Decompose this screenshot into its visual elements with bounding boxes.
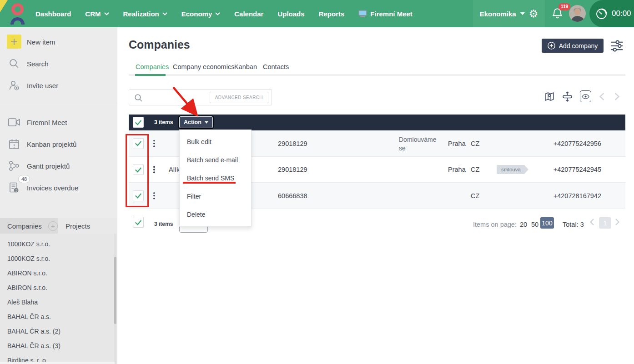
- menu-item-batch-send-sms[interactable]: Batch send SMS: [180, 169, 251, 187]
- tab-companies[interactable]: Companies: [136, 63, 169, 70]
- plus-circle-icon: [548, 42, 555, 50]
- plus-icon: [10, 38, 18, 46]
- tab-underline-track: [129, 74, 625, 76]
- row-checkbox[interactable]: [133, 164, 144, 175]
- advanced-search-button[interactable]: ADVANCED SEARCH: [210, 92, 268, 103]
- company-list-item[interactable]: BAHAL ČR a.s. (3): [0, 339, 117, 353]
- row-city: Praha: [448, 140, 466, 147]
- time-tracker[interactable]: 00:00: [589, 0, 634, 27]
- page-next-icon[interactable]: [614, 92, 620, 103]
- top-navigation-bar: Dashboard CRM Realization Economy Calend…: [0, 0, 634, 27]
- sidebar-tab-label: Companies: [7, 222, 42, 230]
- action-button[interactable]: Action: [179, 116, 213, 128]
- row-company-name[interactable]: Alík: [169, 166, 180, 173]
- nav-item-uploads[interactable]: Uploads: [277, 10, 304, 18]
- sidebar-bottom-strip: [0, 362, 115, 364]
- nav-label: Economy: [181, 10, 212, 18]
- sidebar-item-invite-user[interactable]: Invite user: [0, 75, 117, 96]
- nav-item-reports[interactable]: Reports: [319, 10, 345, 18]
- tab-kanban[interactable]: Kanban: [234, 63, 257, 70]
- view-settings-sliders-icon[interactable]: [610, 40, 624, 54]
- row-checkbox[interactable]: [133, 138, 144, 149]
- tab-company-economics[interactable]: Company economics: [173, 63, 234, 70]
- selected-count: 3 items: [154, 115, 173, 130]
- menu-item-bulk-edit[interactable]: Bulk edit: [180, 133, 251, 151]
- footer-select-all-checkbox[interactable]: [133, 217, 144, 228]
- menu-item-delete[interactable]: Delete: [180, 205, 251, 224]
- table-header-bar: 3 items Action: [129, 115, 625, 130]
- map-view-icon[interactable]: [544, 92, 554, 103]
- check-icon: [134, 119, 142, 126]
- company-list-item[interactable]: ABIRON s.r.o.: [0, 280, 117, 295]
- row-country: CZ: [471, 166, 479, 173]
- gear-icon[interactable]: ⚙: [529, 9, 538, 19]
- sidebar-item-label: Invite user: [27, 82, 58, 90]
- menu-item-batch-send-email[interactable]: Batch send e-mail: [180, 151, 251, 169]
- sidebar-item-gantt-projektu[interactable]: Gantt projektů: [0, 155, 117, 177]
- pagination-next-icon[interactable]: [615, 218, 620, 228]
- pagination-page-1[interactable]: 1: [599, 217, 611, 229]
- sidebar-item-search[interactable]: Search: [0, 53, 117, 75]
- add-company-quick-icon[interactable]: +: [48, 221, 58, 231]
- sidebar-company-list: 1000KOZ s.r.o. 1000KOZ s.r.o. ABIRON s.r…: [0, 234, 117, 364]
- sidebar-item-firemni-meet[interactable]: Firemní Meet: [0, 111, 117, 133]
- nav-item-realization[interactable]: Realization: [123, 10, 167, 18]
- expand-rows-icon[interactable]: [562, 91, 573, 104]
- row-checkbox[interactable]: [133, 190, 144, 201]
- sidebar-tab-companies[interactable]: Companies +: [0, 218, 58, 234]
- sidebar-item-new-item[interactable]: New item: [0, 31, 117, 53]
- row-status: Domlouváme se: [399, 135, 438, 153]
- check-icon: [134, 166, 142, 173]
- company-list-item[interactable]: BAHAL ČR a.s. (2): [0, 324, 117, 339]
- nav-label: Calendar: [234, 10, 263, 18]
- visibility-eye-icon[interactable]: [580, 90, 591, 102]
- sidebar-tab-projects[interactable]: Projects: [58, 218, 117, 234]
- row-menu-dots-icon[interactable]: [153, 140, 155, 147]
- company-list-item[interactable]: ABIRON s.r.o.: [0, 266, 117, 280]
- chevron-down-icon: [205, 121, 208, 124]
- pagination-prev-icon[interactable]: [589, 218, 594, 228]
- page-size-20[interactable]: 20: [520, 219, 527, 230]
- nav-label: Firemní Meet: [370, 10, 413, 18]
- workspace-selector[interactable]: Ekonomika ⚙: [473, 0, 545, 27]
- sidebar-item-invoices-overdue[interactable]: 48 Invoices overdue: [0, 177, 117, 199]
- nav-item-economy[interactable]: Economy: [181, 10, 221, 18]
- footer-selected-count: 3 items: [154, 219, 173, 229]
- tab-contacts[interactable]: Contacts: [263, 63, 289, 70]
- user-avatar[interactable]: [569, 5, 586, 22]
- company-list-item[interactable]: Aleš Blaha: [0, 295, 117, 309]
- row-country: CZ: [471, 192, 479, 199]
- nav-item-crm[interactable]: CRM: [85, 10, 109, 18]
- logo-head-shape: [11, 3, 24, 15]
- nav-item-calendar[interactable]: Calendar: [234, 10, 263, 18]
- row-menu-dots-icon[interactable]: [153, 166, 155, 173]
- calendar-icon: [7, 137, 21, 151]
- chevron-down-icon: [104, 12, 109, 15]
- nav-item-firemni-meet[interactable]: Firemní Meet: [358, 10, 413, 18]
- page-size-100-selected[interactable]: 100: [540, 217, 554, 229]
- invoices-overdue-badge: 48: [18, 175, 30, 183]
- select-all-checkbox[interactable]: [133, 117, 144, 128]
- company-list-item[interactable]: 1000KOZ s.r.o.: [0, 237, 117, 251]
- sidebar-item-kanban-projektu[interactable]: Kanban projektů: [0, 133, 117, 155]
- row-country: CZ: [471, 140, 479, 147]
- main-menu: Dashboard CRM Realization Economy Calend…: [35, 0, 413, 27]
- add-company-button[interactable]: Add company: [542, 39, 604, 53]
- menu-item-filter[interactable]: Filter: [180, 187, 251, 205]
- row-menu-dots-icon[interactable]: [153, 192, 155, 199]
- sidebar: New item Search Invite user Firemní Meet: [0, 27, 117, 364]
- app-logo[interactable]: [9, 3, 26, 24]
- user-plus-icon: [7, 79, 21, 92]
- sidebar-item-label: Search: [27, 60, 49, 68]
- action-dropdown-menu: Bulk edit Batch send e-mail Batch send S…: [179, 130, 252, 227]
- sidebar-item-label: Invoices overdue: [27, 184, 78, 192]
- nav-item-dashboard[interactable]: Dashboard: [35, 10, 71, 18]
- row-phone: +420775242945: [537, 166, 601, 173]
- sidebar-tab-label: Projects: [65, 222, 90, 230]
- company-list-item[interactable]: 1000KOZ s.r.o.: [0, 251, 117, 266]
- nav-label: Uploads: [277, 10, 304, 18]
- company-list-item[interactable]: BAHAL ČR a.s.: [0, 309, 117, 324]
- page-size-50[interactable]: 50: [531, 219, 538, 230]
- page-prev-icon[interactable]: [599, 92, 605, 103]
- sidebar-scrollbar-thumb[interactable]: [114, 257, 116, 324]
